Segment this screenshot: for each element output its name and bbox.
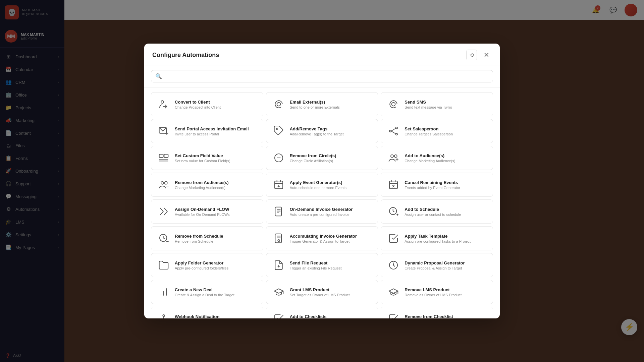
automation-card-remove-from-checklist[interactable]: Remove from ChecklistRemove Target from … [381, 307, 493, 318]
automation-card-cancel-remaining-events[interactable]: Cancel Remaining EventsEvents added by E… [381, 173, 493, 197]
automation-desc-remove-from-schedule: Remove from Schedule [175, 239, 258, 243]
automation-title-cancel-remaining-events: Cancel Remaining Events [405, 180, 487, 185]
automation-title-add-to-checklists: Add to Checklists [290, 314, 373, 319]
svg-point-23 [161, 182, 164, 184]
svg-point-24 [165, 182, 167, 184]
send-sms-icon [386, 97, 400, 111]
automation-card-add-to-checklists[interactable]: Add to ChecklistsAssign Target to Checkl… [266, 307, 378, 318]
automation-title-email-externals: Email External(s) [290, 100, 373, 105]
automation-title-remove-from-circle: Remove from Circle(s) [290, 153, 373, 158]
automation-title-remove-from-audiences: Remove from Audience(s) [175, 180, 258, 185]
automation-title-set-salesperson: Set Salesperson [405, 126, 487, 131]
accumulating-invoice-icon [272, 231, 286, 245]
automation-desc-apply-task-template: Assign pre-configured Tasks to a Project [405, 239, 487, 243]
automation-title-create-new-deal: Create a New Deal [175, 287, 258, 292]
svg-point-0 [161, 101, 164, 103]
automation-desc-on-demand-invoice: Auto-create a pre-configured Invoice [290, 213, 373, 217]
automation-card-set-custom-field[interactable]: Set Custom Field ValueSet new value for … [151, 146, 263, 170]
remove-from-schedule-icon [157, 231, 171, 245]
add-to-checklists-icon [272, 312, 286, 318]
automation-title-apply-event-generator: Apply Event Generator(s) [290, 180, 373, 185]
add-to-schedule-icon [386, 204, 400, 219]
dialog-back-button[interactable]: ⟲ [466, 50, 477, 60]
dialog-close-button[interactable]: ✕ [481, 50, 492, 60]
svg-line-11 [391, 128, 396, 131]
dialog-body: Convert to ClientChange Prospect into Cl… [144, 87, 500, 318]
automation-desc-remove-lms-product: Remove as Owner of LMS Product [405, 293, 487, 297]
automation-title-apply-folder-generator: Apply Folder Generator [175, 260, 258, 265]
automation-card-grant-lms-product[interactable]: Grant LMS ProductSet Target as Owner of … [266, 280, 378, 304]
automation-desc-add-remove-tags: Add/Remove Tag(s) to the Target [290, 132, 373, 136]
search-wrapper: 🔍 [151, 70, 493, 82]
automation-card-dynamic-proposal[interactable]: Dynamic Proposal GeneratorCreate Proposa… [381, 253, 493, 277]
automation-card-add-to-schedule[interactable]: Add to ScheduleAssign user or contact to… [381, 199, 493, 224]
automation-card-apply-folder-generator[interactable]: Apply Folder GeneratorApply pre-configur… [151, 253, 263, 277]
automation-title-apply-task-template: Apply Task Template [405, 234, 487, 239]
automation-card-apply-task-template[interactable]: Apply Task TemplateAssign pre-configured… [381, 226, 493, 250]
svg-point-2 [277, 103, 280, 106]
svg-point-54 [278, 240, 279, 241]
search-icon: 🔍 [155, 73, 162, 79]
svg-line-12 [391, 131, 396, 134]
automation-desc-send-file-request: Trigger an existing File Request [290, 266, 373, 270]
automation-desc-apply-event-generator: Auto-schedule one or more Events [290, 186, 373, 190]
automation-card-send-sms[interactable]: Send SMSSend text message via Twilio [381, 92, 493, 116]
svg-point-8 [389, 130, 391, 132]
automation-card-send-portal-invitation[interactable]: Send Portal Access Invitation EmailInvit… [151, 119, 263, 143]
automation-card-remove-from-audiences[interactable]: Remove from Audience(s)Change Marketing … [151, 173, 263, 197]
automation-desc-create-new-deal: Create & Assign a Deal to the Target [175, 293, 258, 297]
svg-rect-13 [159, 154, 163, 157]
send-portal-invitation-icon [157, 124, 171, 138]
automation-card-send-file-request[interactable]: Send File RequestTrigger an existing Fil… [266, 253, 378, 277]
automation-title-remove-lms-product: Remove LMS Product [405, 287, 487, 292]
svg-point-7 [276, 128, 277, 130]
svg-rect-38 [275, 207, 281, 216]
automation-title-remove-from-schedule: Remove from Schedule [175, 234, 258, 239]
automation-title-grant-lms-product: Grant LMS Product [290, 287, 373, 292]
automation-desc-set-custom-field: Set new value for Custom Field(s) [175, 159, 258, 163]
automation-card-remove-from-schedule[interactable]: Remove from ScheduleRemove from Schedule [151, 226, 263, 250]
automation-desc-dynamic-proposal: Create Proposal & Assign to Target [405, 266, 487, 270]
automation-desc-set-salesperson: Change Target's Salesperson [405, 132, 487, 136]
svg-line-44 [393, 211, 394, 212]
automation-desc-send-sms: Send text message via Twilio [405, 105, 487, 109]
automation-card-create-new-deal[interactable]: Create a New DealCreate & Assign a Deal … [151, 280, 263, 304]
automation-card-assign-on-demand-flow[interactable]: Assign On-Demand FLOWAvailable for On-De… [151, 199, 263, 224]
automation-desc-remove-from-circle: Change Circle Affiliation(s) [290, 159, 373, 163]
svg-point-19 [391, 155, 393, 158]
automation-title-assign-on-demand-flow: Assign On-Demand FLOW [175, 207, 258, 212]
automation-card-remove-lms-product[interactable]: Remove LMS ProductRemove as Owner of LMS… [381, 280, 493, 304]
dialog-title: Configure Automations [152, 52, 219, 59]
set-custom-field-icon [157, 151, 171, 165]
automation-title-dynamic-proposal: Dynamic Proposal Generator [405, 260, 487, 265]
automation-card-accumulating-invoice[interactable]: Accumulating Invoice GeneratorTrigger Ge… [266, 226, 378, 250]
automation-desc-apply-folder-generator: Apply pre-configured folders/files [175, 266, 258, 270]
automations-grid: Convert to ClientChange Prospect into Cl… [151, 92, 493, 318]
automation-title-remove-from-checklist: Remove from Checklist [405, 314, 487, 319]
automation-card-webhook-notification[interactable]: Webhook NotificationFire a webhook to yo… [151, 307, 263, 318]
remove-from-audiences-icon [157, 178, 171, 192]
automation-card-apply-event-generator[interactable]: Apply Event Generator(s)Auto-schedule on… [266, 173, 378, 197]
on-demand-invoice-icon [272, 204, 286, 219]
automation-title-webhook-notification: Webhook Notification [175, 314, 258, 319]
automation-card-set-salesperson[interactable]: Set SalespersonChange Target's Salespers… [381, 119, 493, 143]
remove-from-circle-icon [272, 151, 286, 165]
automation-desc-remove-from-audiences: Change Marketing Audience(s) [175, 186, 258, 190]
automation-desc-email-externals: Send to one or more Externals [290, 105, 373, 109]
automation-card-add-to-audiences[interactable]: Add to Audience(s)Change Marketing Audie… [381, 146, 493, 170]
automation-card-add-remove-tags[interactable]: Add/Remove TagsAdd/Remove Tag(s) to the … [266, 119, 378, 143]
dynamic-proposal-icon [386, 258, 400, 272]
automation-title-send-portal-invitation: Send Portal Access Invitation Email [175, 126, 258, 131]
automation-card-email-externals[interactable]: Email External(s)Send to one or more Ext… [266, 92, 378, 116]
apply-event-generator-icon [272, 178, 286, 192]
automation-card-convert-to-client[interactable]: Convert to ClientChange Prospect into Cl… [151, 92, 263, 116]
create-new-deal-icon [157, 285, 171, 299]
automation-card-remove-from-circle[interactable]: Remove from Circle(s)Change Circle Affil… [266, 146, 378, 170]
automation-desc-cancel-remaining-events: Events added by Event Generator [405, 186, 487, 190]
search-input[interactable] [165, 74, 489, 79]
automation-title-convert-to-client: Convert to Client [175, 100, 258, 105]
svg-rect-32 [389, 181, 397, 189]
dialog-overlay: Configure Automations ⟲ ✕ 🔍 Convert to C… [0, 0, 644, 362]
assign-on-demand-flow-icon [157, 204, 171, 219]
automation-card-on-demand-invoice[interactable]: On-Demand Invoice GeneratorAuto-create a… [266, 199, 378, 224]
